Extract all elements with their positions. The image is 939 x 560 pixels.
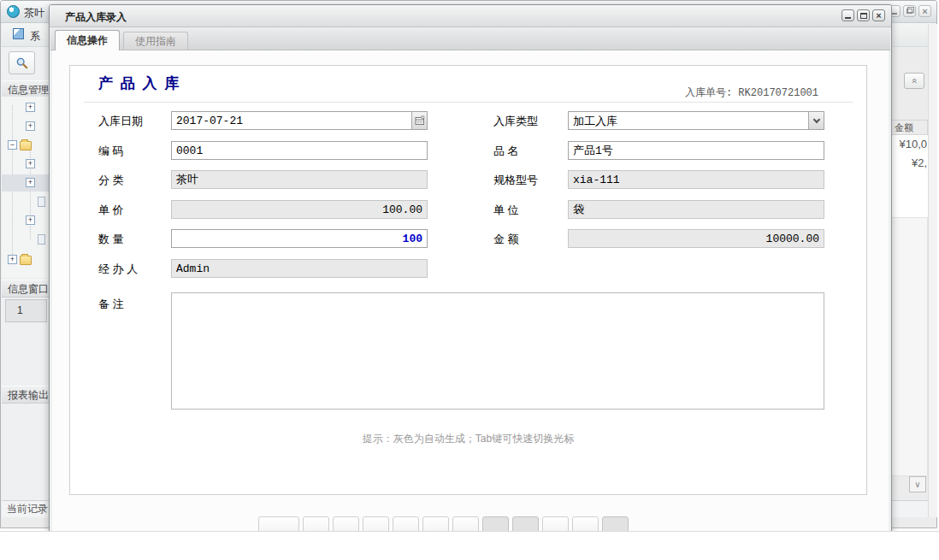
search-icon (15, 56, 29, 70)
main-close-button[interactable]: × (918, 5, 931, 17)
dialog-titlebar[interactable]: 产品入库录入 (50, 5, 891, 27)
toolbar-button[interactable] (258, 516, 299, 532)
dropdown-button[interactable] (808, 112, 824, 129)
folder-icon (20, 256, 32, 265)
tree-expand-icon[interactable]: + (26, 178, 35, 187)
inbound-date-input[interactable] (171, 111, 428, 130)
tree-row-selected[interactable]: + (2, 174, 50, 192)
screen: 茶叶 × 系 信息管理 + + − (0, 0, 939, 560)
quantity-input[interactable] (171, 229, 428, 248)
spec-model-field (568, 170, 824, 189)
close-icon: × (876, 11, 881, 21)
tab-info-operation[interactable]: 信息操作 (55, 30, 120, 50)
remark-textarea[interactable] (171, 292, 824, 410)
toolbar-button[interactable] (602, 516, 629, 532)
date-picker-button[interactable] (411, 112, 427, 129)
label-code: 编 码 (98, 144, 124, 159)
tree-row[interactable]: + (2, 118, 50, 135)
tree-expand-icon[interactable]: + (26, 159, 35, 168)
label-unit-price: 单 价 (98, 203, 124, 218)
dialog-close-button[interactable]: × (872, 9, 885, 21)
scrollbar-down-button[interactable]: ∨ (909, 476, 926, 492)
tree-expand-icon[interactable]: + (26, 121, 35, 131)
main-window-buttons: × (888, 5, 931, 17)
sidebar-tree: + + − + + + + (2, 97, 50, 278)
dialog-maximize-button[interactable] (857, 9, 870, 21)
grid-amount-column-header[interactable]: 金额 (891, 120, 928, 135)
minimize-icon (845, 17, 851, 19)
grid-amount-cell[interactable]: ¥2, (891, 156, 927, 169)
grid-amount-cell[interactable]: ¥10,0 (891, 138, 927, 150)
system-panel-icon (13, 28, 24, 39)
toolbar-button[interactable] (482, 516, 509, 532)
form-title: 产 品 入 库 (98, 74, 180, 93)
code-input[interactable] (171, 141, 428, 160)
folder-open-icon (20, 141, 32, 150)
main-restore-button[interactable] (903, 5, 916, 17)
label-remark: 备 注 (98, 297, 124, 312)
unit-price-field (171, 200, 428, 219)
inbound-type-value: 加工入库 (573, 114, 617, 129)
operator-field (171, 259, 428, 278)
tree-expand-icon[interactable]: + (8, 255, 17, 264)
restore-icon (907, 9, 912, 14)
dialog-minimize-button[interactable] (842, 9, 854, 21)
toolbar-button[interactable] (452, 516, 479, 532)
amount-field (568, 229, 824, 248)
panel-header-info-window[interactable]: 信息窗口 (2, 280, 50, 298)
main-window-title: 茶叶 (24, 6, 50, 21)
toolbar-button[interactable] (303, 516, 329, 532)
dialog-product-inbound-entry: 产品入库录入 × 信息操作 使用指南 产 品 入 库 入库单号: RK20170… (49, 4, 892, 532)
inbound-form-panel: 产 品 入 库 入库单号: RK20170721001 入库日期 (69, 65, 867, 495)
grid-row-number-cell[interactable]: 1 (5, 299, 47, 322)
toolbar-button[interactable] (333, 516, 359, 532)
search-button[interactable] (9, 51, 35, 74)
system-toolbar-label: 系 (30, 29, 40, 44)
tree-row[interactable]: + (2, 212, 50, 229)
leaf-node-icon (38, 234, 45, 245)
tree-row[interactable]: + (2, 156, 50, 173)
dialog-window-buttons: × (842, 9, 885, 21)
tree-row-base-folder[interactable]: + (2, 251, 50, 268)
toolbar-button[interactable] (512, 516, 539, 532)
label-inbound-date: 入库日期 (98, 114, 143, 129)
tree-row-products-folder[interactable]: − (2, 137, 50, 154)
form-hint: 提示：灰色为自动生成；Tab键可快速切换光标 (70, 432, 866, 446)
toolbar-button[interactable] (572, 516, 599, 532)
tab-user-guide[interactable]: 使用指南 (123, 32, 188, 50)
collapse-panel-button[interactable]: « (904, 73, 924, 89)
grid-lower-panel (891, 217, 928, 476)
label-inbound-type: 入库类型 (493, 114, 538, 129)
inbound-type-select[interactable]: 加工入库 (568, 111, 824, 130)
viewport-clip: 茶叶 × 系 信息管理 + + − (0, 0, 939, 532)
label-category: 分 类 (98, 173, 124, 188)
minimize-icon (891, 13, 897, 15)
panel-header-report-output[interactable]: 报表输出 (2, 386, 50, 404)
title-separator (84, 102, 853, 103)
dialog-title: 产品入库录入 (65, 10, 127, 25)
inbound-type-field-wrap: 加工入库 (568, 111, 824, 130)
tree-row[interactable] (2, 231, 50, 248)
dialog-content: 产 品 入 库 入库单号: RK20170721001 入库日期 (52, 50, 889, 532)
label-spec-model: 规格型号 (493, 173, 538, 188)
tree-row[interactable] (2, 193, 50, 210)
label-operator: 经 办 人 (98, 262, 138, 277)
toolbar-button[interactable] (422, 516, 449, 532)
inbound-order-number: 入库单号: RK20170721001 (685, 85, 818, 100)
product-name-input[interactable] (568, 141, 824, 160)
close-icon: × (922, 7, 927, 16)
tree-expand-icon[interactable]: + (26, 103, 35, 112)
label-product-name: 品 名 (493, 144, 519, 159)
panel-header-info-management[interactable]: 信息管理 (2, 80, 50, 98)
tree-collapse-icon[interactable]: − (8, 140, 17, 150)
toolbar-button[interactable] (393, 516, 419, 532)
calendar-icon (415, 115, 425, 126)
dialog-tabstrip: 信息操作 使用指南 (50, 27, 890, 50)
tree-row[interactable]: + (2, 99, 50, 116)
vertical-scrollbar[interactable] (928, 24, 937, 517)
toolbar-button[interactable] (363, 516, 389, 532)
chevron-down-icon (812, 115, 819, 122)
toolbar-button[interactable] (542, 516, 569, 532)
tree-expand-icon[interactable]: + (26, 215, 35, 225)
label-amount: 金 额 (493, 232, 519, 247)
